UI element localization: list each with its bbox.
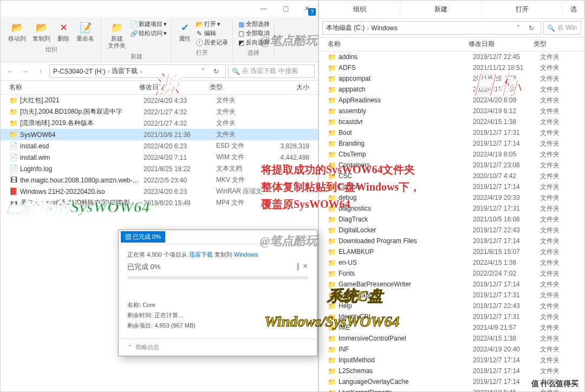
file-row[interactable]: 📄install.esd2022/4/20 6:23ESD 文件3,828,31… — [1, 140, 318, 152]
file-row[interactable]: 🎞黑衣人：全球通缉HD韩版中字V2[电影天堂dy2...2019/8/20 15… — [1, 197, 318, 208]
file-row[interactable]: 📄LogInfo.log2021/8/25 18:22文本文档 — [1, 163, 318, 174]
ribbon-select[interactable]: 选 — [563, 1, 584, 18]
file-row[interactable]: 📁[大红包].20212022/4/20 4:33文件夹 — [1, 95, 318, 106]
file-row[interactable]: 📁Globalization2019/12/7 17:31文件夹 — [319, 290, 584, 300]
maximize-button[interactable]: ▢ — [275, 1, 296, 17]
dest-link[interactable]: Windows — [234, 251, 258, 258]
dropdown-icon[interactable]: ˅ — [198, 68, 208, 75]
file-row[interactable]: 📁debug2022/4/19 20:33文件夹 — [319, 192, 584, 203]
file-list[interactable]: 📁addins2019/12/7 22:45文件夹📁ADFS2021/11/12… — [319, 51, 584, 392]
history-button[interactable]: 🕘历史记录 — [196, 38, 228, 47]
copy-to-button[interactable]: 📂 复制到 — [30, 20, 53, 43]
file-row[interactable]: 📁CbsTemp2022/4/19 8:05文件夹 — [319, 149, 584, 160]
file-row[interactable]: 📄install.wim2022/4/20 7:11WIM 文件4,442,49… — [1, 152, 318, 163]
breadcrumb-folder[interactable]: 迅雷下载 — [112, 67, 138, 76]
file-row[interactable]: 📕Windows 21H2-20220420.iso2022/4/20 6:23… — [1, 186, 318, 197]
file-row[interactable]: 📁CSC2020/10/7 4:42文件夹 — [319, 171, 584, 181]
select-all-button[interactable]: ▦全部选择 — [237, 20, 270, 28]
col-name[interactable]: 名称 — [9, 83, 139, 92]
file-row[interactable]: 📁addins2019/12/7 22:45文件夹 — [319, 51, 584, 62]
source-link[interactable]: 迅雷下载 — [189, 251, 213, 258]
help-badge[interactable]: ? — [308, 8, 316, 16]
search-input[interactable]: 🔍 在 Win — [543, 21, 581, 35]
invert-selection-button[interactable]: ◩反向选择 — [237, 38, 270, 47]
file-row[interactable]: 📁assembly2022/4/19 6:12文件夹 — [319, 106, 584, 116]
file-row[interactable]: 📁Help2019/12/7 22:43文件夹 — [319, 300, 584, 311]
breadcrumb[interactable]: P-CS3040-2T (H:) › 迅雷下载 › ˅ ↻ — [49, 64, 226, 78]
breadcrumb-drive[interactable]: 本地磁盘 (C:) — [326, 23, 365, 32]
up-button[interactable]: ↑ — [34, 65, 47, 78]
file-row[interactable]: 📁appcompat2021/6/29 4:53文件夹 — [319, 73, 584, 84]
file-row[interactable]: 📁SysWOW642021/10/6 21:36文件夹 — [1, 129, 318, 140]
file-row[interactable]: 📁[流浪地球].2019.各种版本2022/1/27 4:32文件夹 — [1, 117, 318, 129]
ribbon-new[interactable]: 新建 — [400, 1, 482, 18]
file-row[interactable]: 📁GameBarPresenceWriter2019/12/7 17:14文件夹 — [319, 279, 584, 290]
file-row[interactable]: 📁LanguageOverlayCache2019/12/7 17:14文件夹 — [319, 376, 584, 387]
col-type[interactable]: 类型 — [534, 40, 576, 49]
file-row[interactable]: 📁apppatch2022/4/15 1:38文件夹 — [319, 84, 584, 95]
rename-button[interactable]: 📝 重命名 — [74, 20, 96, 43]
file-row[interactable]: 🎞the.magic.hour.2008.1080p.amzn.web-dl.d… — [1, 174, 318, 186]
file-row[interactable]: 📁LiveKernelReports2022/4/19 5:45文件夹 — [319, 387, 584, 392]
folder-icon: 📁 — [328, 247, 336, 256]
column-headers[interactable]: 名称 修改日期 类型 — [319, 37, 584, 51]
breadcrumb[interactable]: 本地磁盘 (C:) › Windows ˅ ↻ — [322, 21, 541, 35]
file-type: 文件夹 — [540, 215, 576, 224]
col-date[interactable]: 修改日期 — [139, 83, 210, 92]
new-folder-button[interactable]: 📁 新建 文件夹 — [106, 20, 128, 50]
col-type[interactable]: 类型 — [210, 83, 258, 92]
dialog-footer-toggle[interactable]: ⌃ 简略信息 — [119, 338, 317, 356]
file-row[interactable]: 📁ELAMBKUP2021/8/15 15:07文件夹 — [319, 246, 584, 257]
refresh-button[interactable]: ↻ — [210, 68, 222, 75]
file-row[interactable]: 📁IME2021/4/9 21:57文件夹 — [319, 322, 584, 333]
open-button[interactable]: 📂打开▾ — [196, 20, 228, 28]
file-row[interactable]: 📁Branding2019/12/7 17:14文件夹 — [319, 138, 584, 149]
rename-icon: 📝 — [79, 21, 92, 34]
file-row[interactable]: 📁L2Schemas2019/12/7 17:14文件夹 — [319, 365, 584, 376]
file-row[interactable]: 📁Boot2019/12/7 17:31文件夹 — [319, 127, 584, 138]
easy-access-button[interactable]: 🔗轻松访问▾ — [130, 29, 167, 37]
file-list[interactable]: 📁[大红包].20212022/4/20 4:33文件夹📁[功夫].2004.B… — [1, 95, 318, 208]
file-row[interactable]: 📁diagnostics2019/12/7 17:31文件夹 — [319, 203, 584, 214]
search-input[interactable]: 🔍 在 迅雷下载 中搜索 — [228, 64, 315, 78]
file-row[interactable]: 📁Containers2019/12/7 23:06文件夹 — [319, 160, 584, 171]
file-row[interactable]: 📁Fonts2022/2/24 7:02文件夹 — [319, 268, 584, 279]
properties-button[interactable]: ✔ 属性 — [176, 20, 193, 43]
dialog-titlebar[interactable]: ▦ 已完成 0% — [119, 230, 317, 244]
delete-button[interactable]: ✕ 删除 — [55, 20, 72, 43]
ribbon-org[interactable]: 组织 — [319, 1, 400, 18]
forward-button[interactable]: → — [19, 65, 32, 78]
file-row[interactable]: 📁IdentityCRL2019/12/7 17:31文件夹 — [319, 311, 584, 322]
column-headers[interactable]: 名称 修改日期 类型 大小 — [1, 81, 318, 95]
edit-button[interactable]: ✎编辑 — [196, 29, 228, 37]
back-button[interactable]: ← — [4, 65, 17, 78]
folder-icon: 📁 — [328, 85, 336, 94]
refresh-button[interactable]: ↻ — [525, 24, 537, 32]
file-row[interactable]: 📁en-US2022/4/15 1:38文件夹 — [319, 257, 584, 268]
new-item-button[interactable]: 📄新建项目▾ — [130, 20, 167, 28]
col-size[interactable]: 大小 — [258, 83, 309, 92]
file-row[interactable]: 📁DigitalLocker2019/12/7 22:43文件夹 — [319, 225, 584, 236]
file-row[interactable]: 📁ADFS2021/11/12 18:51文件夹 — [319, 62, 584, 73]
select-none-button[interactable]: ▢全部取消 — [237, 29, 270, 37]
file-row[interactable]: 📁[功夫].2004.BD1080p.国粤双语中字2022/1/27 4:32文… — [1, 106, 318, 117]
file-row[interactable]: 📁Downloaded Program Files2019/12/7 17:14… — [319, 236, 584, 246]
file-row[interactable]: 📁Cursors2019/12/7 17:14文件夹 — [319, 181, 584, 192]
file-row[interactable]: 📁InputMethod2019/12/7 17:14文件夹 — [319, 355, 584, 365]
file-row[interactable]: 📁INF2022/4/19 20:40文件夹 — [319, 344, 584, 355]
breadcrumb-drive[interactable]: P-CS3040-2T (H:) — [53, 68, 105, 75]
breadcrumb-folder[interactable]: Windows — [371, 24, 398, 32]
file-row[interactable]: 📁AppReadiness2022/4/20 6:09文件夹 — [319, 95, 584, 106]
file-row[interactable]: 📁DiagTrack2021/10/5 16:06文件夹 — [319, 214, 584, 225]
dropdown-icon[interactable]: ˅ — [514, 24, 523, 32]
minimize-button[interactable]: — — [253, 1, 275, 17]
file-row[interactable]: 📁bcastdvr2022/4/15 1:38文件夹 — [319, 116, 584, 127]
col-date[interactable]: 修改日期 — [469, 40, 534, 49]
file-date: 2019/12/7 23:06 — [473, 161, 538, 169]
file-name: en-US — [339, 259, 471, 266]
move-to-button[interactable]: 📂 移动到 — [6, 20, 28, 43]
col-name[interactable]: 名称 — [328, 40, 469, 49]
pause-button[interactable]: ‖ ✕ — [296, 262, 308, 272]
file-row[interactable]: 📁ImmersiveControlPanel2022/4/15 1:38文件夹 — [319, 333, 584, 344]
ribbon-open[interactable]: 打开 — [482, 1, 563, 18]
